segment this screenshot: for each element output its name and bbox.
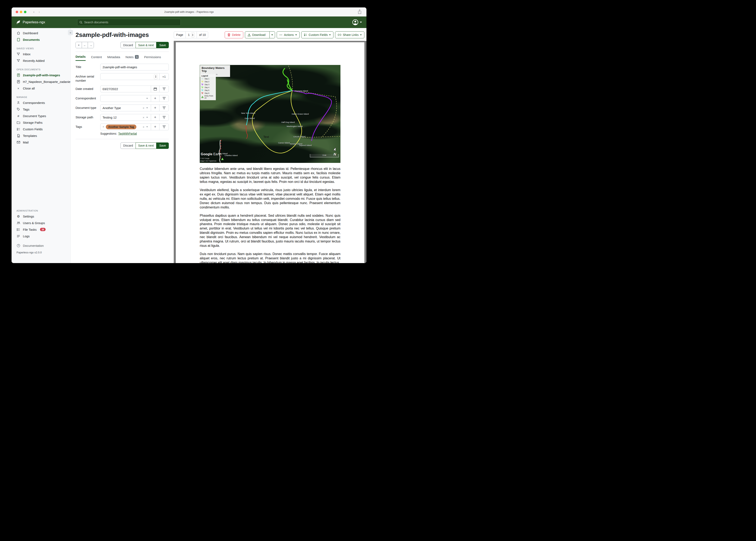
- folder-icon: [17, 121, 20, 124]
- asn-increment-button[interactable]: +1: [159, 73, 169, 80]
- date-created-input[interactable]: 03/27/2022: [100, 86, 151, 92]
- chevron-down-icon: [360, 34, 362, 35]
- sidebar-item-document-types[interactable]: # Document Types: [12, 113, 70, 119]
- chevron-down-icon: [146, 117, 148, 118]
- tab-permissions[interactable]: Permissions: [144, 55, 161, 61]
- correspondent-filter-button[interactable]: [159, 95, 169, 102]
- sidebar-item-file-tasks[interactable]: File Tasks 16: [12, 226, 70, 233]
- suggestion-link[interactable]: TagWithPartial: [118, 132, 137, 135]
- legend-item: Day 6: [201, 92, 215, 94]
- tab-notes[interactable]: Notes1: [125, 55, 139, 61]
- sidebar-item-tags[interactable]: Tags: [12, 106, 70, 113]
- actions-button[interactable]: ⋯ Actions: [277, 31, 300, 38]
- page-stepper[interactable]: [191, 33, 194, 37]
- save-button-bottom[interactable]: Save: [156, 143, 169, 149]
- page-number-input[interactable]: 1: [185, 32, 197, 38]
- avatar-icon: [352, 19, 358, 25]
- download-dropdown-button[interactable]: [269, 32, 275, 38]
- sidebar-item-correspondents[interactable]: Correspondents: [12, 99, 70, 106]
- browser-back-button[interactable]: ‹: [32, 10, 36, 14]
- chevron-down-icon: [146, 126, 148, 127]
- correspondent-select[interactable]: [100, 95, 151, 102]
- template-icon: [17, 134, 20, 138]
- save-group: Discard Save & next Save: [120, 42, 169, 48]
- delete-button[interactable]: Delete: [225, 31, 243, 38]
- tags-filter-button[interactable]: [159, 124, 169, 130]
- sidebar-item-inbox[interactable]: Inbox: [12, 51, 70, 57]
- chevron-down-icon: [271, 34, 273, 35]
- previous-document-button[interactable]: ←: [82, 42, 88, 48]
- document-text: Curabitur bibendum ante urna, sed blandi…: [200, 167, 340, 263]
- title-input[interactable]: 2sample-pdf-with-images: [100, 64, 169, 71]
- task-list-icon: [17, 228, 20, 231]
- tag-pill[interactable]: Another Sample Tag: [106, 125, 136, 129]
- sidebar-item-documentation[interactable]: Documentation: [12, 242, 70, 249]
- legend-item: Day 2: [201, 80, 215, 83]
- filter-lines-icon: [163, 107, 166, 109]
- sidebar-item-recently-added[interactable]: Recently Added: [12, 57, 70, 64]
- document-page: Boundary Waters Trip Six days in BWCA Le…: [176, 42, 364, 263]
- sidebar-item-settings[interactable]: ⚙ Settings: [12, 213, 70, 220]
- storage-path-filter-button[interactable]: [159, 114, 169, 121]
- clear-icon[interactable]: ×: [143, 125, 144, 129]
- remove-tag-icon[interactable]: ×: [103, 125, 104, 129]
- users-icon: [17, 222, 20, 225]
- sidebar-item-dashboard[interactable]: Dashboard: [12, 30, 70, 36]
- sidebar-item-open-doc-1[interactable]: 2sample-pdf-with-images: [12, 72, 70, 78]
- search-input[interactable]: Search documents: [77, 19, 181, 26]
- tab-details[interactable]: Details: [76, 55, 86, 61]
- app-brand[interactable]: Paperless-ngx: [16, 20, 45, 25]
- document-type-select[interactable]: Another Type ×: [100, 105, 151, 111]
- discard-button-bottom[interactable]: Discard: [120, 143, 136, 149]
- sidebar-item-users-groups[interactable]: Users & Groups: [12, 220, 70, 226]
- discard-button[interactable]: Discard: [120, 42, 136, 48]
- sidebar-item-close-all[interactable]: × Close all: [12, 85, 70, 92]
- add-document-type-button[interactable]: +: [151, 105, 159, 111]
- add-correspondent-button[interactable]: +: [151, 95, 159, 102]
- app-name: Paperless-ngx: [23, 20, 45, 24]
- sidebar-item-mail[interactable]: Mail: [12, 139, 70, 146]
- titlebar: ‹ › 2sample-pdf-with-images - Paperless-…: [12, 7, 366, 17]
- sidebar-item-open-doc-2[interactable]: H7_Napoleon_Bonaparte_zadanie: [12, 78, 70, 85]
- sidebar-item-logs[interactable]: Logs: [12, 233, 70, 240]
- calendar-button[interactable]: [151, 86, 159, 92]
- share-icon[interactable]: [358, 9, 361, 14]
- date-filter-button[interactable]: [159, 86, 169, 92]
- tab-content[interactable]: Content: [91, 55, 102, 61]
- section-header-administration: ADMINISTRATION: [12, 210, 70, 212]
- tab-metadata[interactable]: Metadata: [107, 55, 120, 61]
- filter-lines-icon: [163, 97, 166, 99]
- tags-select[interactable]: × Another Sample Tag ×: [100, 124, 151, 130]
- share-links-button[interactable]: Share Links: [335, 31, 364, 38]
- sidebar-item-templates[interactable]: Templates: [12, 132, 70, 139]
- sidebar-item-custom-fields[interactable]: Custom Fields: [12, 126, 70, 132]
- chevron-down-icon: [329, 34, 331, 35]
- sidebar-item-storage-paths[interactable]: Storage Paths: [12, 119, 70, 126]
- custom-fields-button[interactable]: Custom Fields: [301, 31, 334, 38]
- clear-icon[interactable]: ×: [143, 116, 144, 119]
- save-next-button-bottom[interactable]: Save & next: [136, 143, 157, 149]
- sidebar-item-documents[interactable]: Documents: [12, 36, 70, 43]
- save-button[interactable]: Save: [156, 42, 169, 48]
- sidebar-collapse-button[interactable]: «: [68, 30, 73, 35]
- pdf-viewer[interactable]: Boundary Waters Trip Six days in BWCA Le…: [174, 41, 366, 263]
- divider: [76, 139, 169, 139]
- next-document-button[interactable]: →: [88, 42, 94, 48]
- add-tag-button[interactable]: +: [151, 124, 159, 130]
- close-document-button[interactable]: ×: [76, 42, 82, 48]
- zoom-window-button[interactable]: [24, 11, 26, 13]
- storage-path-select[interactable]: Testing 12 ×: [100, 114, 151, 121]
- clear-icon[interactable]: ×: [143, 106, 144, 110]
- save-next-button[interactable]: Save & next: [136, 42, 157, 48]
- download-button: Download: [245, 31, 275, 38]
- asn-input[interactable]: [100, 73, 159, 80]
- asn-stepper[interactable]: [154, 74, 157, 79]
- browser-forward-button[interactable]: ›: [37, 10, 41, 14]
- minimize-window-button[interactable]: [20, 11, 22, 13]
- close-window-button[interactable]: [16, 11, 18, 13]
- document-type-filter-button[interactable]: [159, 105, 169, 111]
- search-icon: [79, 21, 83, 24]
- user-menu[interactable]: [352, 19, 362, 25]
- download-main-button[interactable]: Download: [245, 32, 268, 38]
- add-storage-path-button[interactable]: +: [151, 114, 159, 121]
